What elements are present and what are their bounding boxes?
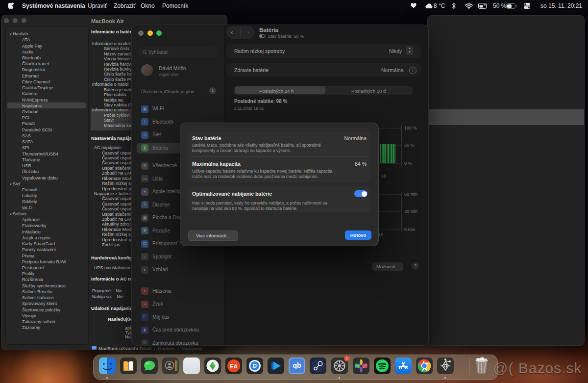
svg-text:D: D (253, 363, 257, 369)
svg-text:EA: EA (230, 363, 237, 369)
